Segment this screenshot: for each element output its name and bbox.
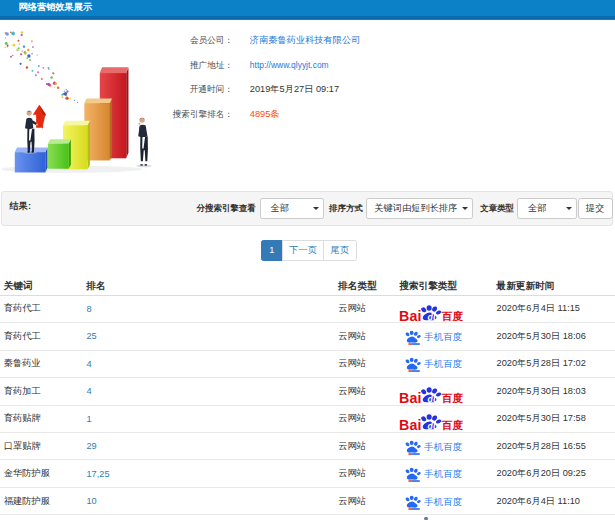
svg-text:du: du — [428, 394, 439, 404]
svg-text:手机百度: 手机百度 — [424, 469, 462, 480]
svg-text:百度: 百度 — [442, 310, 464, 322]
svg-text:Bai: Bai — [399, 389, 422, 404]
svg-text:百度: 百度 — [442, 392, 464, 404]
svg-text:手机百度: 手机百度 — [424, 441, 462, 452]
svg-text:手机百度: 手机百度 — [424, 359, 462, 370]
svg-text:Bai: Bai — [399, 417, 422, 432]
svg-text:du: du — [428, 312, 439, 322]
svg-text:手机百度: 手机百度 — [424, 496, 462, 507]
svg-text:du: du — [428, 422, 439, 432]
svg-text:Bai: Bai — [399, 307, 422, 322]
svg-text:手机百度: 手机百度 — [424, 331, 462, 342]
svg-text:百度: 百度 — [442, 420, 464, 432]
